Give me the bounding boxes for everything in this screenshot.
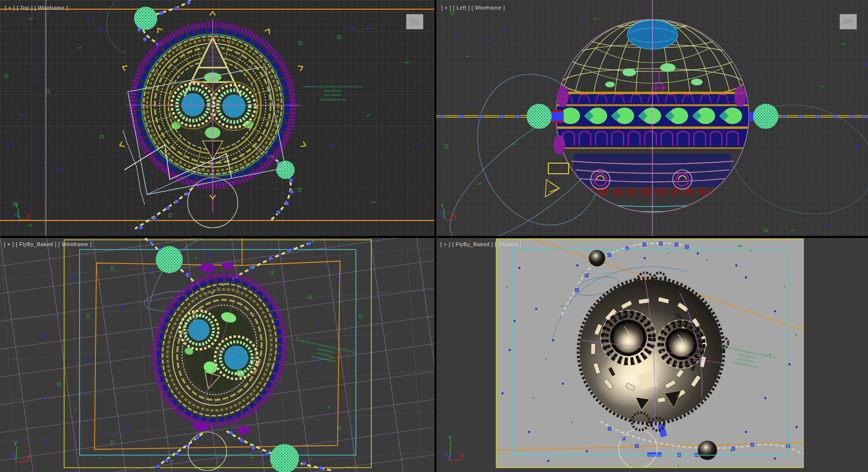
viewcube[interactable]: TOP	[407, 14, 423, 29]
svg-text:X: X	[461, 453, 464, 458]
viewcube[interactable]: LEFT	[840, 14, 856, 29]
viewport-flyby-wireframe[interactable]: Created for Intel Corporation as a work …	[0, 238, 434, 472]
black-sphere	[589, 250, 605, 266]
svg-text:Lots of Robots: Lots of Robots	[324, 94, 341, 97]
svg-text:Created for Intel Corporation: Created for Intel Corporation as a work …	[303, 85, 363, 88]
viewport-label-flyby-wireframe[interactable]: [ + ] [ FlyBy_Baked ] [ Wireframe ]	[4, 241, 92, 247]
viewport-left[interactable]: Y X Z LEFT [ + ] [ Left ] [ Wireframe ]	[436, 0, 868, 236]
viewport-flyby-shaded[interactable]: Created for Intel Corporation as a work …	[436, 238, 868, 472]
svg-text:Y: Y	[448, 435, 452, 441]
viewport-top[interactable]: Created for Intel Corporation as a work …	[0, 0, 434, 236]
svg-text:X: X	[453, 214, 456, 219]
svg-text:LEFT: LEFT	[843, 19, 854, 24]
viewport-label-left[interactable]: [ + ] [ Left ] [ Wireframe ]	[441, 5, 505, 11]
viewport-quad-layout: Created for Intel Corporation as a work …	[0, 0, 868, 472]
svg-text:Y: Y	[15, 203, 18, 208]
viewport-label-flyby-shaded[interactable]: [ + ] [ FlyBy_Baked ] [ Shaded ]	[440, 241, 521, 247]
svg-text:Z: Z	[440, 212, 443, 217]
viewport-flyby-wireframe-canvas[interactable]: Created for Intel Corporation as a work …	[0, 238, 434, 472]
viewport-top-canvas[interactable]: Created for Intel Corporation as a work …	[0, 0, 434, 236]
svg-text:X: X	[27, 455, 30, 460]
black-sphere	[698, 441, 717, 460]
viewport-flyby-shaded-canvas[interactable]: Created for Intel Corporation as a work …	[436, 238, 868, 472]
svg-text:TOP: TOP	[410, 19, 419, 24]
svg-text:Andy Murdock: Andy Murdock	[324, 89, 341, 92]
svg-text:Z: Z	[14, 212, 17, 217]
viewport-label-top[interactable]: [ + ] [ Top ] [ Wireframe ]	[5, 5, 68, 11]
svg-text:X: X	[27, 214, 30, 219]
svg-text:Y: Y	[14, 441, 17, 446]
viewport-left-canvas[interactable]: Y X Z LEFT [ + ] [ Left ] [ Wireframe ]	[436, 0, 868, 236]
svg-text:Z: Z	[12, 452, 14, 457]
svg-text:www.lotsofrobots.com: www.lotsofrobots.com	[319, 98, 346, 101]
svg-text:Y: Y	[441, 203, 444, 208]
svg-text:Z: Z	[445, 452, 448, 457]
